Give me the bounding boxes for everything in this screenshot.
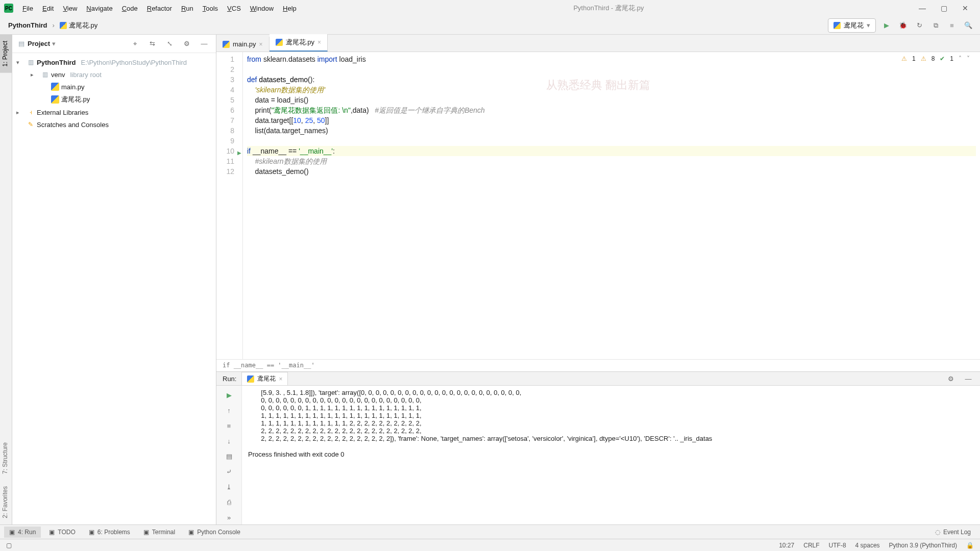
run-tool-window: Run: 鸢尾花 × ⚙ — ▶ ↑ ■ ↓ ▤ ⤶ ⤓ <box>216 371 980 524</box>
main-menu: FileEditViewNavigateCodeRefactorRunTools… <box>18 3 301 14</box>
gear-icon[interactable]: ⚙ <box>945 373 957 384</box>
bottom-tab[interactable]: ▣Terminal <box>138 527 180 538</box>
lock-icon[interactable]: 🔒 <box>966 542 974 549</box>
scroll-end-icon[interactable]: ⤓ <box>224 482 234 492</box>
run-header: Run: 鸢尾花 × ⚙ — <box>216 372 980 386</box>
coverage-button[interactable]: ↻ <box>914 20 925 31</box>
inspection-widget[interactable]: ⚠1 ⚠8 ✔1 ˄ ˅ <box>901 55 970 62</box>
tree-file-iris[interactable]: 鸢尾花.py <box>12 93 216 106</box>
folder-icon: ▤ <box>18 40 24 47</box>
menu-run[interactable]: Run <box>177 3 198 14</box>
status-caret-pos[interactable]: 10:27 <box>779 542 794 549</box>
tree-file-main[interactable]: main.py <box>12 81 216 93</box>
menu-edit[interactable]: Edit <box>38 3 58 14</box>
print-icon[interactable]: ⎙ <box>224 497 234 507</box>
editor-panel: main.py×鸢尾花.py× 从熟悉经典 翻出新篇 ⚠1 ⚠8 ✔1 ˄ ˅ … <box>216 35 980 524</box>
breadcrumb-file[interactable]: 鸢尾花.py <box>58 20 100 31</box>
left-tool-rail: 1: Project 7: Structure 2: Favorites <box>0 35 12 524</box>
status-interpreter[interactable]: Python 3.9 (PythonThird) <box>889 542 957 549</box>
chevron-down-icon: ▾ <box>867 21 870 29</box>
run-button[interactable]: ▶ <box>881 20 892 31</box>
chevron-up-icon[interactable]: ˄ <box>959 55 962 62</box>
run-tab[interactable]: 鸢尾花 × <box>241 372 288 385</box>
stop-button[interactable]: ■ <box>946 20 958 31</box>
bottom-tab[interactable]: ▣4: Run <box>4 527 41 538</box>
status-tooltip-icon[interactable]: ▢ <box>6 542 12 549</box>
window-controls: — ▢ ✕ <box>917 3 976 14</box>
editor-tabs: main.py×鸢尾花.py× <box>216 35 980 52</box>
warning-icon: ⚠ <box>901 55 907 62</box>
debug-button[interactable]: 🐞 <box>897 20 909 31</box>
status-line-sep[interactable]: CRLF <box>803 542 819 549</box>
locate-icon[interactable]: ⌖ <box>129 38 140 49</box>
close-icon[interactable]: ✕ <box>960 3 971 14</box>
menu-refactor[interactable]: Refactor <box>143 3 176 14</box>
run-config-selector[interactable]: 鸢尾花 ▾ <box>828 18 876 33</box>
collapse-all-icon[interactable]: ⤡ <box>164 38 175 49</box>
tree-project-root[interactable]: ▾▥ PythonThird E:\Python\PythonStudy\Pyt… <box>12 56 216 68</box>
console-output[interactable]: [5.9, 3. , 5.1, 1.8]]), 'target': array(… <box>242 386 980 527</box>
bottom-tool-tabs: ▣4: Run▣TODO▣6: Problems▣Terminal▣Python… <box>0 524 980 539</box>
menu-window[interactable]: Window <box>246 3 278 14</box>
rerun-button[interactable]: ▶ <box>224 390 234 400</box>
status-indent[interactable]: 4 spaces <box>855 542 880 549</box>
close-icon[interactable]: × <box>259 41 263 48</box>
hide-panel-icon[interactable]: — <box>199 38 210 49</box>
project-panel-header: ▤ Project ▾ ⌖ ⇆ ⤡ ⚙ — <box>12 35 216 53</box>
profile-button[interactable]: ⧉ <box>930 20 941 31</box>
search-everywhere-button[interactable]: 🔍 <box>963 20 974 31</box>
rail-tab-project[interactable]: 1: Project <box>0 35 12 73</box>
editor-gutter[interactable]: 12345678910▶1112 <box>216 52 243 359</box>
close-icon[interactable]: × <box>279 375 282 383</box>
menu-help[interactable]: Help <box>279 3 301 14</box>
menu-tools[interactable]: Tools <box>199 3 222 14</box>
layout-icon[interactable]: ▤ <box>224 451 234 461</box>
weak-warning-icon: ⚠ <box>921 55 926 62</box>
menu-file[interactable]: File <box>18 3 37 14</box>
down-stack-icon[interactable]: ↓ <box>224 436 234 446</box>
soft-wrap-icon[interactable]: ⤶ <box>224 466 234 477</box>
tree-scratches[interactable]: ✎ Scratches and Consoles <box>12 118 216 131</box>
menu-navigate[interactable]: Navigate <box>82 3 116 14</box>
editor-tab[interactable]: 鸢尾花.py× <box>270 34 328 52</box>
close-icon[interactable]: × <box>317 39 321 46</box>
title-bar: PC FileEditViewNavigateCodeRefactorRunTo… <box>0 0 980 16</box>
menu-code[interactable]: Code <box>118 3 142 14</box>
menu-vcs[interactable]: VCS <box>223 3 245 14</box>
stop-icon[interactable]: ■ <box>224 420 234 431</box>
bottom-tab[interactable]: ▣6: Problems <box>84 527 135 538</box>
run-body: ▶ ↑ ■ ↓ ▤ ⤶ ⤓ ⎙ » [5.9, 3. , 5.1, 1.8]])… <box>216 386 980 527</box>
rail-tab-favorites[interactable]: 2: Favorites <box>0 480 12 524</box>
chevron-down-icon[interactable]: ▾ <box>52 40 56 47</box>
ok-icon: ✔ <box>940 55 945 62</box>
maximize-icon[interactable]: ▢ <box>938 3 949 14</box>
expand-all-icon[interactable]: ⇆ <box>146 38 158 49</box>
chevron-down-icon[interactable]: ˅ <box>967 55 970 62</box>
project-panel-title[interactable]: Project <box>28 40 50 47</box>
code-editor[interactable]: 从熟悉经典 翻出新篇 ⚠1 ⚠8 ✔1 ˄ ˅ 12345678910▶1112… <box>216 52 980 359</box>
status-encoding[interactable]: UTF-8 <box>829 542 846 549</box>
window-title: PythonThird - 鸢尾花.py <box>301 4 917 13</box>
app-logo-icon: PC <box>4 4 13 13</box>
menu-view[interactable]: View <box>59 3 81 14</box>
toolbar-right: 鸢尾花 ▾ ▶ 🐞 ↻ ⧉ ■ 🔍 <box>828 18 974 33</box>
rail-tab-structure[interactable]: 7: Structure <box>0 436 12 480</box>
bottom-tab[interactable]: ▣Python Console <box>183 527 246 538</box>
up-stack-icon[interactable]: ↑ <box>224 405 234 415</box>
event-log-button[interactable]: ◌Event Log <box>930 527 976 538</box>
editor-tab[interactable]: main.py× <box>216 37 270 52</box>
status-bar: ▢ 10:27 CRLF UTF-8 4 spaces Python 3.9 (… <box>0 539 980 551</box>
tree-venv[interactable]: ▸▥ venv library root <box>12 68 216 81</box>
editor-breadcrumb[interactable]: if __name__ == '__main__' <box>216 359 980 371</box>
run-toolbar: ▶ ↑ ■ ↓ ▤ ⤶ ⤓ ⎙ » <box>216 386 242 527</box>
bottom-tab[interactable]: ▣TODO <box>44 527 80 538</box>
project-tree: ▾▥ PythonThird E:\Python\PythonStudy\Pyt… <box>12 53 216 134</box>
breadcrumb-project[interactable]: PythonThird <box>6 20 50 30</box>
code-content[interactable]: from sklearn.datasets import load_iris d… <box>243 52 980 359</box>
hide-panel-icon[interactable]: — <box>963 373 974 384</box>
chevron-right-icon: › <box>53 21 55 29</box>
gear-icon[interactable]: ⚙ <box>181 38 192 49</box>
minimize-icon[interactable]: — <box>917 3 928 14</box>
more-icon[interactable]: » <box>224 512 234 522</box>
tree-external-libraries[interactable]: ▸⫞ External Libraries <box>12 106 216 118</box>
